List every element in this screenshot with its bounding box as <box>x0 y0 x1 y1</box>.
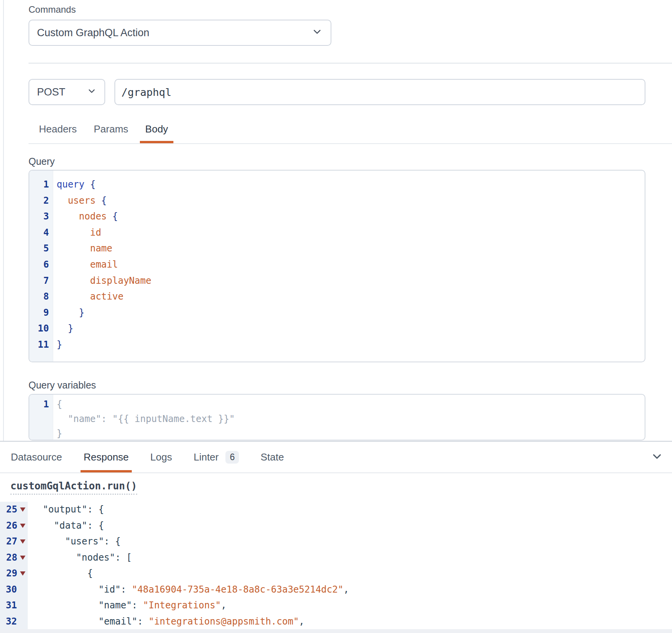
graphql-action-editor-page: Commands Custom GraphQL Action POST /gra… <box>0 0 672 633</box>
code-token: "name": "{{ inputName.text }}" <box>57 414 235 424</box>
code-token: : <box>138 616 149 627</box>
code-token <box>57 227 90 238</box>
code-token: "output" <box>43 504 87 515</box>
code-token: , <box>343 584 349 595</box>
code-line: } <box>29 426 645 440</box>
code-token: "nodes" <box>76 552 115 563</box>
commands-label: Commands <box>29 5 645 15</box>
code-token: : { <box>87 504 104 515</box>
code-token: "Integrations" <box>143 600 221 611</box>
code-token <box>32 504 43 515</box>
code-token: { <box>57 399 62 410</box>
line-number: 4 <box>29 225 53 241</box>
code-content: nodes { <box>53 209 118 225</box>
line-number: 3 <box>29 209 53 225</box>
code-content: } <box>53 305 84 321</box>
query-editor[interactable]: 1query {2 users {3 nodes {4 id5 name6 em… <box>29 170 645 362</box>
response-row: 28 "nodes": [ <box>0 550 672 566</box>
code-token: "integrations@appsmith.com" <box>148 616 299 627</box>
code-token: active <box>90 291 124 302</box>
response-row: 26 "data": { <box>0 518 672 534</box>
code-token: "id" <box>98 584 121 595</box>
tab-datasource[interactable]: Datasource <box>8 442 65 472</box>
collapse-caret-icon[interactable] <box>20 524 25 528</box>
tab-headers[interactable]: Headers <box>34 115 82 143</box>
method-select-value: POST <box>37 86 66 98</box>
code-line: 9 } <box>29 305 645 321</box>
code-token <box>57 259 90 270</box>
code-token: : <box>132 600 143 611</box>
response-line-gutter: 31 <box>0 598 28 614</box>
line-number: 26 <box>6 518 17 534</box>
line-number: 1 <box>29 397 53 412</box>
collapse-panel-chevron-down-icon[interactable] <box>650 450 664 464</box>
code-token: } <box>79 307 84 318</box>
tab-logs[interactable]: Logs <box>147 442 175 472</box>
response-code-content: { <box>28 566 93 582</box>
code-token: , <box>221 600 226 611</box>
commands-select-value: Custom GraphQL Action <box>37 27 150 39</box>
response-line-gutter: 27 <box>0 534 28 550</box>
collapse-caret-icon[interactable] <box>20 571 25 576</box>
code-token: : [ <box>115 552 132 563</box>
line-number: 2 <box>29 193 53 209</box>
code-token <box>57 275 90 286</box>
response-code-content: "data": { <box>28 518 104 534</box>
code-content: } <box>53 426 62 440</box>
line-number: 8 <box>29 289 53 305</box>
query-label: Query <box>29 156 645 167</box>
query-variables-label: Query variables <box>29 380 645 390</box>
code-line: "name": "{{ inputName.text }}" <box>29 412 645 426</box>
line-number <box>29 412 53 426</box>
code-line: 4 id <box>29 225 645 241</box>
commands-select[interactable]: Custom GraphQL Action <box>29 20 331 46</box>
code-line: 5 name <box>29 241 645 257</box>
code-line: 7 displayName <box>29 273 645 289</box>
line-number: 29 <box>6 566 17 582</box>
response-line-gutter: 28 <box>0 550 28 566</box>
code-token: } <box>68 323 73 334</box>
method-select[interactable]: POST <box>29 79 105 105</box>
caret-placeholder <box>20 588 25 592</box>
code-token: "48a16904-735a-4e18-8a8c-63a3e5214dc2" <box>132 584 343 595</box>
line-number: 9 <box>29 305 53 321</box>
line-number: 31 <box>6 598 17 614</box>
response-line-gutter: 26 <box>0 518 28 534</box>
code-token: : <box>121 584 132 595</box>
tab-params[interactable]: Params <box>88 115 134 143</box>
query-variables-editor[interactable]: 1{ "name": "{{ inputName.text }}"} <box>29 394 645 440</box>
response-row: 29 { <box>0 566 672 582</box>
code-token: } <box>57 428 62 439</box>
caret-placeholder <box>20 620 25 624</box>
url-input[interactable]: /graphql <box>114 79 645 105</box>
code-line: 8 active <box>29 289 645 305</box>
code-token: { <box>32 568 93 579</box>
code-content: } <box>53 321 73 337</box>
line-number: 5 <box>29 241 53 257</box>
response-row: 27 "users": { <box>0 534 672 550</box>
code-content: active <box>53 289 123 305</box>
line-number: 7 <box>29 273 53 289</box>
code-content: email <box>53 257 118 273</box>
response-json-viewer[interactable]: 25 "output": {26 "data": {27 "users": {2… <box>0 502 672 630</box>
response-code-content: "name": "Integrations", <box>28 598 227 614</box>
tab-response[interactable]: Response <box>81 442 132 472</box>
code-line: 1{ <box>29 397 645 412</box>
code-token: } <box>57 339 62 350</box>
code-token <box>57 323 68 334</box>
code-token <box>32 552 76 563</box>
collapse-caret-icon[interactable] <box>20 556 25 560</box>
collapse-caret-icon[interactable] <box>20 539 25 544</box>
response-code-content: "email": "integrations@appsmith.com", <box>28 614 304 630</box>
horizontal-scrollbar[interactable] <box>0 629 672 633</box>
response-line-gutter: 25 <box>0 502 28 518</box>
tab-state[interactable]: State <box>257 442 287 472</box>
tab-linter[interactable]: Linter 6 <box>190 442 242 472</box>
code-token: { <box>101 195 107 206</box>
response-code-content: "output": { <box>28 502 104 518</box>
code-content: "name": "{{ inputName.text }}" <box>53 412 235 426</box>
tab-body[interactable]: Body <box>140 115 173 143</box>
collapse-caret-icon[interactable] <box>20 507 25 512</box>
line-number: 6 <box>29 257 53 273</box>
chevron-down-icon <box>87 86 97 99</box>
